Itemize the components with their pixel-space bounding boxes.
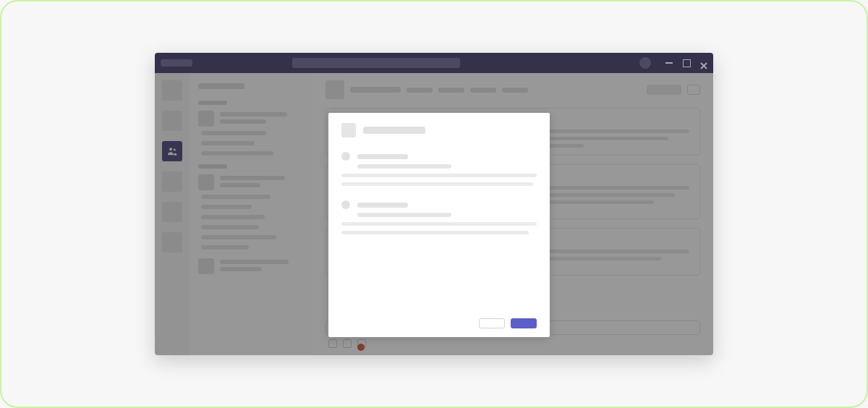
- dialog-icon: [341, 123, 356, 137]
- option-subheading: [357, 213, 451, 217]
- dialog-option[interactable]: [341, 152, 537, 186]
- avatar[interactable]: [639, 57, 651, 69]
- window-controls: [665, 59, 707, 67]
- option-heading: [357, 154, 408, 159]
- confirm-button[interactable]: [511, 318, 537, 328]
- app-title: [161, 59, 192, 67]
- minimize-icon[interactable]: [665, 59, 673, 67]
- option-body: [341, 222, 537, 226]
- option-heading: [357, 203, 408, 208]
- search-input[interactable]: [292, 58, 460, 68]
- dialog: [328, 113, 550, 337]
- option-body: [341, 182, 533, 186]
- close-icon[interactable]: [700, 59, 707, 67]
- bullet-icon: [341, 152, 350, 161]
- cancel-button[interactable]: [479, 318, 505, 328]
- option-subheading: [357, 164, 451, 169]
- bullet-icon: [341, 200, 350, 209]
- titlebar: [155, 53, 713, 73]
- dialog-header: [341, 123, 537, 137]
- app-window: [155, 53, 713, 355]
- dialog-option[interactable]: [341, 200, 537, 234]
- option-body: [341, 174, 537, 177]
- maximize-icon[interactable]: [683, 59, 690, 67]
- dialog-footer: [341, 318, 537, 328]
- app-body: [155, 73, 713, 355]
- dialog-title: [363, 127, 425, 134]
